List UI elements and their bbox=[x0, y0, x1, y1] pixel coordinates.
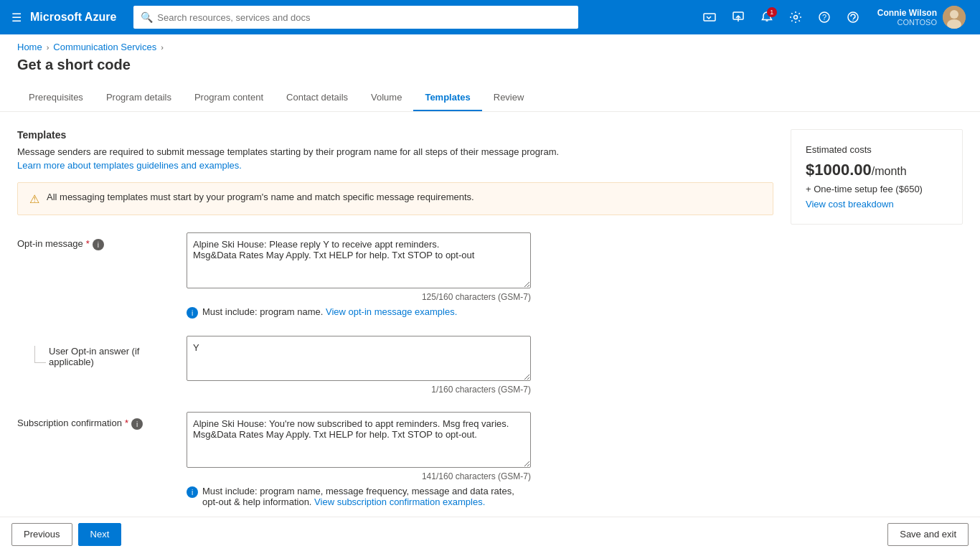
top-navigation: ☰ Microsoft Azure 🔍 1 ? Connie Wilson CO… bbox=[0, 0, 980, 34]
avatar bbox=[943, 6, 966, 29]
upload-icon[interactable] bbox=[725, 4, 751, 30]
cost-panel: Estimated costs $1000.00/month + One-tim… bbox=[791, 129, 963, 225]
breadcrumb-sep-2: › bbox=[161, 43, 164, 52]
user-optin-label: User Opt-in answer (if applicable) bbox=[49, 346, 175, 367]
subscription-input-col: 141/160 characters (GSM-7) i Must includ… bbox=[187, 412, 531, 507]
breadcrumb-home[interactable]: Home bbox=[17, 42, 42, 52]
tab-program-content[interactable]: Program content bbox=[183, 85, 275, 111]
breadcrumb-service[interactable]: Communication Services bbox=[53, 42, 156, 52]
user-optin-group: User Opt-in answer (if applicable) 1/160… bbox=[17, 336, 773, 395]
svg-point-8 bbox=[852, 19, 854, 21]
cost-period: /month bbox=[872, 165, 907, 177]
user-name: Connie Wilson bbox=[877, 8, 937, 18]
tab-templates[interactable]: Templates bbox=[413, 85, 481, 111]
main-content: Templates Message senders are required t… bbox=[17, 129, 773, 524]
user-optin-char-count: 1/160 characters (GSM-7) bbox=[187, 385, 531, 395]
next-button[interactable]: Next bbox=[78, 523, 122, 542]
svg-point-10 bbox=[950, 10, 958, 19]
cost-amount: $1000.00 bbox=[806, 161, 872, 179]
subscription-hint-text: Must include: program name, message freq… bbox=[202, 486, 531, 507]
optin-input-col: 125/160 characters (GSM-7) i Must includ… bbox=[187, 232, 531, 319]
notification-badge: 1 bbox=[767, 7, 777, 17]
subscription-hint-row: i Must include: program name, message fr… bbox=[187, 486, 531, 507]
optin-hint-icon: i bbox=[187, 307, 198, 319]
search-icon: 🔍 bbox=[141, 11, 153, 23]
tab-review[interactable]: Review bbox=[482, 85, 536, 111]
user-optin-label-col: User Opt-in answer (if applicable) bbox=[17, 336, 175, 367]
svg-point-4 bbox=[793, 16, 797, 19]
brand-name: Microsoft Azure bbox=[30, 11, 116, 24]
subscription-char-count: 141/160 characters (GSM-7) bbox=[187, 471, 531, 481]
search-input[interactable] bbox=[157, 12, 571, 23]
nav-icons: 1 ? bbox=[697, 4, 866, 30]
previous-button[interactable]: Previous bbox=[11, 523, 72, 542]
subscription-field-row: Subscription confirmation * i 141/160 ch… bbox=[17, 412, 773, 507]
optin-required-marker: * bbox=[86, 238, 90, 249]
notifications-icon[interactable]: 1 bbox=[754, 4, 780, 30]
tab-prerequisites[interactable]: Prerequisites bbox=[17, 85, 95, 111]
cost-breakdown-link[interactable]: View cost breakdown bbox=[806, 199, 948, 209]
feedback-icon[interactable] bbox=[840, 4, 866, 30]
cloud-shell-icon[interactable] bbox=[697, 4, 722, 30]
page-title: Get a short code bbox=[0, 52, 980, 85]
tab-program-details[interactable]: Program details bbox=[95, 85, 183, 111]
tab-contact-details[interactable]: Contact details bbox=[275, 85, 359, 111]
optin-field-row: Opt-in message * i 125/160 characters (G… bbox=[17, 232, 773, 319]
cost-label: Estimated costs bbox=[806, 144, 948, 155]
breadcrumb: Home › Communication Services › bbox=[0, 34, 980, 52]
svg-text:?: ? bbox=[822, 13, 826, 22]
main-layout: Templates Message senders are required t… bbox=[0, 112, 980, 542]
save-exit-button[interactable]: Save and exit bbox=[887, 523, 969, 542]
user-menu[interactable]: Connie Wilson CONTOSO bbox=[872, 6, 971, 29]
cost-setup: + One-time setup fee ($650) bbox=[806, 184, 948, 194]
subscription-hint-icon: i bbox=[187, 486, 198, 498]
user-optin-textarea[interactable] bbox=[187, 336, 531, 381]
help-icon[interactable]: ? bbox=[811, 4, 837, 30]
tabs-bar: Prerequisites Program details Program co… bbox=[0, 85, 980, 112]
warning-box: ⚠ All messaging templates must start by … bbox=[17, 182, 773, 215]
subscription-label-col: Subscription confirmation * i bbox=[17, 412, 175, 430]
optin-hint-text: Must include: program name. View opt-in … bbox=[202, 306, 457, 317]
search-bar[interactable]: 🔍 bbox=[133, 6, 578, 29]
optin-message-group: Opt-in message * i 125/160 characters (G… bbox=[17, 232, 773, 319]
user-optin-input-col: 1/160 characters (GSM-7) bbox=[187, 336, 531, 395]
optin-hint-row: i Must include: program name. View opt-i… bbox=[187, 306, 531, 319]
subscription-required-marker: * bbox=[125, 418, 128, 428]
svg-point-7 bbox=[848, 12, 858, 22]
optin-label-col: Opt-in message * i bbox=[17, 232, 175, 250]
subscription-examples-link[interactable]: View subscription confirmation examples. bbox=[314, 496, 485, 507]
subscription-group: Subscription confirmation * i 141/160 ch… bbox=[17, 412, 773, 507]
user-optin-row: User Opt-in answer (if applicable) 1/160… bbox=[17, 336, 773, 395]
content-area: Home › Communication Services › Get a sh… bbox=[0, 34, 980, 542]
user-org: CONTOSO bbox=[877, 18, 937, 27]
tab-volume[interactable]: Volume bbox=[359, 85, 413, 111]
hamburger-menu-icon[interactable]: ☰ bbox=[9, 8, 24, 27]
section-desc: Message senders are required to submit m… bbox=[17, 146, 773, 157]
breadcrumb-sep-1: › bbox=[47, 43, 50, 52]
cost-amount-row: $1000.00/month bbox=[806, 161, 948, 179]
optin-examples-link[interactable]: View opt-in message examples. bbox=[326, 306, 457, 317]
warning-text: All messaging templates must start by yo… bbox=[47, 192, 474, 202]
subscription-info-icon[interactable]: i bbox=[131, 418, 143, 430]
subscription-textarea[interactable] bbox=[187, 412, 531, 468]
warning-icon: ⚠ bbox=[29, 192, 39, 206]
optin-info-icon[interactable]: i bbox=[93, 239, 104, 250]
user-info: Connie Wilson CONTOSO bbox=[877, 8, 937, 27]
settings-icon[interactable] bbox=[783, 4, 809, 30]
learn-more-link[interactable]: Learn more about templates guidelines an… bbox=[17, 160, 242, 171]
subscription-label: Subscription confirmation bbox=[17, 418, 122, 428]
optin-message-textarea[interactable] bbox=[187, 232, 531, 288]
bottom-bar: Previous Next Save and exit bbox=[0, 517, 980, 542]
section-title: Templates bbox=[17, 129, 773, 141]
side-panel: Estimated costs $1000.00/month + One-tim… bbox=[791, 129, 963, 524]
optin-char-count: 125/160 characters (GSM-7) bbox=[187, 292, 531, 302]
optin-label: Opt-in message bbox=[17, 238, 83, 249]
